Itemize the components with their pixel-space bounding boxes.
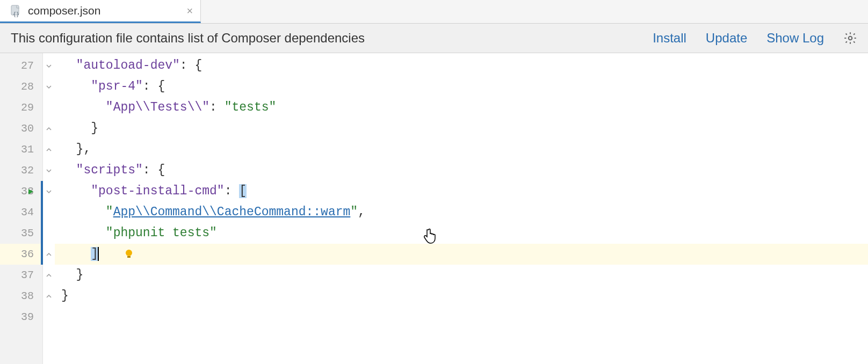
code-line[interactable]: "psr-4": { bbox=[55, 76, 868, 97]
line-gutter: 27282930313233343536373839 bbox=[0, 53, 43, 364]
fold-marker[interactable] bbox=[43, 76, 55, 97]
code-editor[interactable]: 27282930313233343536373839 "autoload-dev… bbox=[0, 53, 868, 364]
fold-marker bbox=[43, 202, 55, 223]
tab-bar: {} composer.json × bbox=[0, 0, 868, 24]
line-number: 37 bbox=[0, 265, 42, 286]
fold-marker bbox=[43, 97, 55, 118]
notice-text: This configuration file contains list of… bbox=[11, 31, 653, 46]
line-number: 38 bbox=[0, 286, 42, 307]
close-tab-icon[interactable]: × bbox=[186, 5, 193, 17]
json-file-icon: {} bbox=[10, 4, 23, 17]
editor-tab[interactable]: {} composer.json × bbox=[0, 0, 201, 23]
line-number: 32 bbox=[0, 160, 42, 181]
line-number: 39 bbox=[0, 307, 42, 327]
fold-marker[interactable] bbox=[43, 118, 55, 139]
code-line[interactable]: ] bbox=[55, 244, 868, 265]
run-gutter-icon[interactable] bbox=[27, 188, 34, 195]
show-log-link[interactable]: Show Log bbox=[766, 31, 824, 46]
code-line[interactable] bbox=[55, 307, 868, 327]
install-link[interactable]: Install bbox=[653, 31, 686, 46]
gear-icon[interactable] bbox=[843, 31, 857, 45]
fold-marker[interactable] bbox=[43, 55, 55, 76]
fold-column bbox=[43, 53, 55, 364]
fold-marker[interactable] bbox=[43, 265, 55, 286]
line-number: 28 bbox=[0, 76, 42, 97]
update-link[interactable]: Update bbox=[706, 31, 747, 46]
notice-actions: Install Update Show Log bbox=[653, 31, 857, 46]
code-line[interactable]: "post-install-cmd": [ bbox=[55, 181, 868, 202]
link-cursor-icon bbox=[423, 227, 440, 245]
fold-marker[interactable] bbox=[43, 160, 55, 181]
change-marker bbox=[41, 244, 43, 265]
fold-marker[interactable] bbox=[43, 181, 55, 202]
code-line[interactable]: } bbox=[55, 265, 868, 286]
callback-link[interactable]: App\\Command\\CacheCommand::warm bbox=[113, 205, 351, 219]
line-number: 35 bbox=[0, 223, 42, 244]
fold-marker[interactable] bbox=[43, 286, 55, 307]
tab-title: composer.json bbox=[28, 4, 100, 17]
svg-rect-4 bbox=[127, 256, 131, 258]
code-line[interactable]: "App\\Tests\\": "tests" bbox=[55, 97, 868, 118]
line-number: 36 bbox=[0, 244, 42, 265]
svg-point-3 bbox=[126, 250, 132, 256]
fold-marker[interactable] bbox=[43, 139, 55, 160]
line-number: 31 bbox=[0, 139, 42, 160]
code-line[interactable]: "autoload-dev": { bbox=[55, 55, 868, 76]
code-line[interactable]: }, bbox=[55, 139, 868, 160]
code-line[interactable]: "scripts": { bbox=[55, 160, 868, 181]
code-content[interactable]: "autoload-dev": { "psr-4": { "App\\Tests… bbox=[55, 53, 868, 364]
fold-marker[interactable] bbox=[43, 244, 55, 265]
line-number: 29 bbox=[0, 97, 42, 118]
code-line[interactable]: "phpunit tests" bbox=[55, 223, 868, 244]
fold-marker bbox=[43, 307, 55, 327]
text-caret bbox=[98, 247, 99, 261]
composer-notice-bar: This configuration file contains list of… bbox=[0, 24, 868, 53]
line-number: 27 bbox=[0, 55, 42, 76]
code-line[interactable]: "App\\Command\\CacheCommand::warm", bbox=[55, 202, 868, 223]
svg-text:{}: {} bbox=[13, 11, 19, 17]
change-marker bbox=[41, 181, 43, 202]
line-number: 30 bbox=[0, 118, 42, 139]
change-marker bbox=[41, 223, 43, 244]
fold-marker bbox=[43, 223, 55, 244]
line-number: 33 bbox=[0, 181, 42, 202]
line-number: 34 bbox=[0, 202, 42, 223]
intention-bulb-icon[interactable] bbox=[123, 248, 135, 260]
change-marker bbox=[41, 202, 43, 223]
svg-point-2 bbox=[849, 37, 852, 40]
code-line[interactable]: } bbox=[55, 118, 868, 139]
code-line[interactable]: } bbox=[55, 286, 868, 307]
